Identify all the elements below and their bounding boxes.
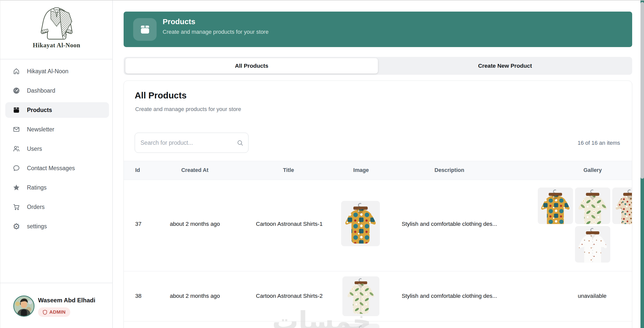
- admin-dashboard: Hikayat Al-Noon Hikayat Al-Noon Dashboar…: [0, 0, 644, 328]
- cell-title: Cartoon Astronaut Shirts-2: [256, 293, 323, 299]
- user-name: Waseem Abd Elhadi: [38, 297, 95, 304]
- tab-all-products[interactable]: All Products: [125, 58, 378, 74]
- panel-title: All Products: [135, 90, 187, 100]
- col-header-id: Id: [135, 167, 140, 173]
- sidebar-item-users[interactable]: Users: [5, 141, 109, 157]
- cell-created-at: about 2 months ago: [170, 221, 220, 227]
- cell-description: Stylish and comfortable clothing des...: [402, 221, 497, 227]
- current-user-card: Waseem Abd Elhadi ADMIN: [0, 283, 113, 328]
- products-tabbar: All Products Create New Product: [124, 57, 632, 75]
- scrollbar-track: [640, 1, 644, 328]
- cell-title: Cartoon Astronaut Shirts-1: [256, 221, 323, 227]
- products-bag-icon: [12, 105, 21, 115]
- store-logo: Hikayat Al-Noon: [0, 6, 113, 49]
- col-header-gallery: Gallery: [584, 167, 602, 173]
- sidebar-item-label: Contact Messages: [27, 165, 75, 172]
- admin-badge-label: ADMIN: [49, 309, 66, 315]
- sidebar-item-label: Products: [27, 107, 52, 114]
- table-header-row: Id Created At Title Image Description Ga…: [124, 161, 632, 180]
- row-divider: [124, 271, 632, 271]
- mail-icon: [12, 125, 21, 134]
- sidebar-item-label: Hikayat Al-Noon: [27, 68, 68, 75]
- sidebar-item-label: Users: [27, 145, 42, 152]
- search-icon: [237, 139, 244, 147]
- col-header-image: Image: [353, 167, 369, 173]
- sidebar-item-orders[interactable]: Orders: [5, 199, 109, 215]
- cell-id: 38: [135, 293, 141, 299]
- gear-icon: ⚙: [12, 222, 21, 231]
- sidebar: Hikayat Al-Noon Hikayat Al-Noon Dashboar…: [0, 1, 113, 328]
- sidebar-item-label: Orders: [27, 204, 45, 210]
- sidebar-item-dashboard[interactable]: Dashboard: [5, 83, 109, 98]
- sidebar-item-contact-messages[interactable]: Contact Messages: [5, 160, 109, 176]
- panel-subtitle: Create and manage products for your stor…: [135, 106, 241, 113]
- row-divider: [124, 321, 632, 321]
- cell-description: Stylish and comfortable clothing des...: [402, 293, 497, 299]
- sidebar-item-label: settings: [27, 223, 47, 230]
- product-search: [135, 133, 248, 153]
- sidebar-item-products[interactable]: Products: [5, 102, 109, 118]
- banner-subtitle: Create and manage products for your stor…: [163, 29, 269, 35]
- product-image[interactable]: [342, 276, 379, 316]
- users-icon: [12, 144, 21, 153]
- sidebar-item-label: Newsletter: [27, 126, 54, 133]
- cell-id: 37: [135, 221, 141, 227]
- items-count: 16 of 16 an items: [578, 140, 620, 146]
- avatar: [13, 296, 34, 317]
- admin-badge: ADMIN: [38, 307, 70, 317]
- products-banner: Products Create and manage products for …: [124, 12, 632, 47]
- gallery-thumbnail[interactable]: [575, 188, 610, 224]
- sidebar-item-newsletter[interactable]: Newsletter: [5, 122, 109, 137]
- sidebar-item-label: Ratings: [27, 184, 47, 191]
- dashboard-gauge-icon: [12, 86, 21, 95]
- tab-create-new-product[interactable]: Create New Product: [378, 57, 632, 75]
- banner-title: Products: [163, 17, 195, 26]
- search-input[interactable]: [140, 133, 231, 153]
- cell-gallery-unavailable: unavailable: [578, 293, 606, 299]
- col-header-description: Description: [435, 167, 464, 173]
- chat-bubble-icon: [12, 164, 21, 173]
- store-logo-text: Hikayat Al-Noon: [0, 42, 113, 49]
- sidebar-item-hikayat-al-noon[interactable]: Hikayat Al-Noon: [5, 63, 109, 79]
- cart-icon: [12, 202, 21, 211]
- cell-created-at: about 2 months ago: [170, 293, 220, 299]
- col-header-title: Title: [283, 167, 294, 173]
- all-products-panel: All Products Create and manage products …: [124, 81, 632, 328]
- col-header-created-at: Created At: [181, 167, 208, 173]
- shield-icon: [43, 310, 47, 315]
- star-icon: [12, 183, 21, 192]
- gallery-thumbnail[interactable]: [612, 188, 632, 224]
- gallery-thumbnail[interactable]: [575, 226, 610, 263]
- product-image[interactable]: [341, 201, 380, 246]
- home-icon: [12, 67, 21, 76]
- banner-icon-box: [133, 18, 157, 41]
- thobe-keffiyeh-logo-icon: [31, 6, 82, 41]
- sidebar-item-label: Dashboard: [27, 87, 55, 94]
- sidebar-item-settings[interactable]: ⚙ settings: [5, 218, 109, 234]
- products-bag-icon: [139, 24, 151, 35]
- scrollbar-thumb[interactable]: [640, 2, 644, 179]
- gallery-thumbnail[interactable]: [538, 188, 573, 224]
- sidebar-divider: [0, 59, 113, 59]
- cell-gallery: [538, 188, 632, 263]
- product-image[interactable]: [343, 324, 379, 328]
- sidebar-item-ratings[interactable]: Ratings: [5, 180, 109, 195]
